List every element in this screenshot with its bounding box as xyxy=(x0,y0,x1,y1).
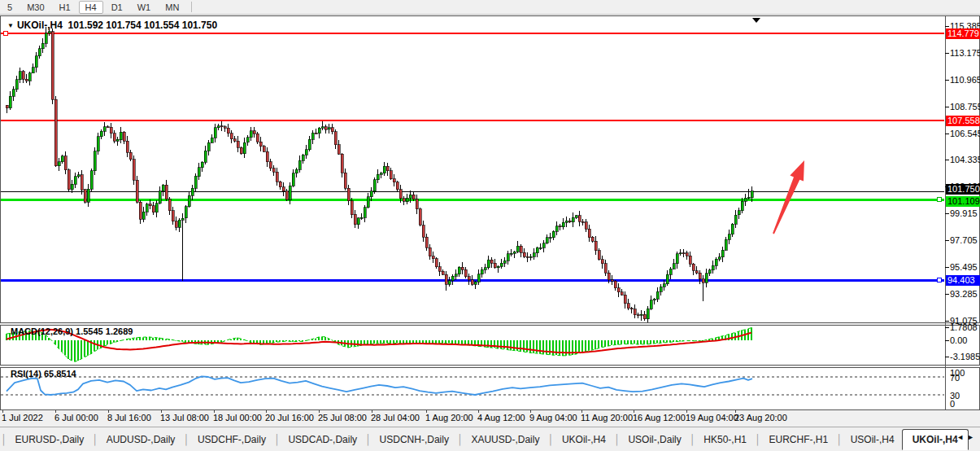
autoscroll-marker-icon[interactable] xyxy=(752,18,760,23)
time-axis-label: 25 Jul 08:00 xyxy=(318,413,367,423)
tab-scroll-arrows: ◄► xyxy=(956,433,978,441)
price-axis-tick xyxy=(945,294,949,295)
price-axis-label: 110.965 xyxy=(950,75,980,85)
hline-handle[interactable] xyxy=(3,31,8,36)
price-axis-label: 95.495 xyxy=(950,262,978,272)
time-axis-label: 6 Jul 00:00 xyxy=(54,413,98,423)
tab-usdcad-daily[interactable]: USDCAD-,Daily xyxy=(281,431,364,449)
macd-axis-tick xyxy=(945,340,949,341)
hline-handle[interactable] xyxy=(937,278,942,282)
chart-symbol: UKOil-,H4 xyxy=(17,20,63,31)
time-axis-label: 9 Aug 04:00 xyxy=(529,413,577,423)
price-axis-label: 113.175 xyxy=(950,48,980,58)
price-axis-tick xyxy=(945,134,949,134)
tab-usdchf-daily[interactable]: USDCHF-,Daily xyxy=(190,431,273,449)
time-axis-label: 13 Jul 08:00 xyxy=(160,413,209,423)
rsi-axis-label: 0 xyxy=(950,399,955,409)
time-axis-label: 1 Aug 20:00 xyxy=(425,413,473,423)
price-axis-tick xyxy=(945,321,949,322)
price-axis-tick xyxy=(945,213,949,214)
chevron-down-icon[interactable]: ▼ xyxy=(7,22,14,29)
tab-hk50-h1[interactable]: HK50-,H1 xyxy=(696,431,754,449)
tab-separator: │ xyxy=(614,434,621,445)
price-axis-label: 108.755 xyxy=(950,102,980,112)
macd-axis-label: 1.7808 xyxy=(950,322,978,332)
price-axis-label: 99.915 xyxy=(950,208,978,218)
time-axis-label: 19 Aug 04:00 xyxy=(686,413,738,423)
time-axis-label: 4 Aug 12:00 xyxy=(477,413,525,423)
tab-separator: │ xyxy=(365,434,372,445)
tab-audusd-daily[interactable]: AUDUSD-,Daily xyxy=(99,431,183,449)
tab-usdcnh-daily[interactable]: USDCNH-,Daily xyxy=(372,431,456,449)
tab-separator: │ xyxy=(547,434,554,445)
tab-separator: │ xyxy=(92,434,98,445)
hline-101.75[interactable] xyxy=(1,191,944,192)
macd-axis-tick xyxy=(945,327,949,328)
tab-usoil-h4[interactable]: USOil-,H4 xyxy=(843,431,902,449)
macd-indicator-label: MACD(12,26,9) 1.5545 1.2689 xyxy=(11,326,133,336)
time-axis-label: 28 Jul 04:00 xyxy=(371,413,420,423)
price-axis-label: 104.335 xyxy=(950,155,980,164)
tab-separator: │ xyxy=(836,434,843,445)
time-axis-label: 18 Jul 00:00 xyxy=(213,413,262,423)
time-axis-label: 11 Aug 20:00 xyxy=(581,413,633,423)
tab-separator: │ xyxy=(1,434,7,445)
macd-axis-tick xyxy=(945,357,949,357)
tab-separator: │ xyxy=(457,434,464,445)
tab-separator: │ xyxy=(755,434,761,445)
time-axis-label: 8 Jul 16:00 xyxy=(107,413,151,423)
chart-canvas[interactable] xyxy=(0,0,980,451)
mt4-window: 5M30H1H4D1W1MN ▼UKOil-,H4 101.592 101.75… xyxy=(0,0,980,451)
tab-eurusd-daily[interactable]: EURUSD-,Daily xyxy=(8,431,92,449)
hline-handle[interactable] xyxy=(937,197,942,202)
price-badge-107-558: 107.558 xyxy=(946,116,980,126)
hline-101.109[interactable] xyxy=(1,199,944,201)
tab-usoil-daily[interactable]: USOil-,Daily xyxy=(621,431,688,449)
price-axis-label: 97.705 xyxy=(950,235,978,245)
time-axis-label: 16 Aug 12:00 xyxy=(633,413,686,423)
price-axis-label: 106.545 xyxy=(950,129,980,138)
time-axis: 1 Jul 20226 Jul 00:008 Jul 16:0013 Jul 0… xyxy=(0,410,980,427)
symbol-tab-bar: │EURUSD-,Daily│AUDUSD-,Daily│USDCHF-,Dai… xyxy=(0,427,980,451)
tab-separator: │ xyxy=(183,434,189,445)
tab-separator: │ xyxy=(690,434,696,445)
price-axis-tick xyxy=(945,267,949,268)
trend-arrow-annotation[interactable] xyxy=(773,160,804,234)
price-badge-101-109: 101.109 xyxy=(946,196,980,207)
hline-114.779[interactable] xyxy=(1,33,944,34)
price-axis-label: 93.285 xyxy=(950,289,978,299)
price-badge-101-750: 101.750 xyxy=(946,184,980,195)
price-badge-114-779: 114.779 xyxy=(946,28,980,39)
macd-axis-label: -3.1985 xyxy=(950,352,980,361)
hline-107.558[interactable] xyxy=(1,120,944,121)
rsi-axis-label: 70 xyxy=(950,373,960,383)
rsi-indicator-label: RSI(14) 65.8514 xyxy=(11,369,76,379)
tab-separator: │ xyxy=(274,434,281,445)
time-axis-label: 20 Jul 16:00 xyxy=(265,413,314,423)
macd-axis-label: 0.00 xyxy=(950,335,967,345)
tab-xauusd-daily[interactable]: XAUUSD-,Daily xyxy=(464,431,547,449)
price-axis-tick xyxy=(945,107,949,107)
price-axis-tick xyxy=(945,26,949,27)
tab-ukoil-h4[interactable]: UKOil-,H4 xyxy=(555,431,613,449)
tab-eurchf-h1[interactable]: EURCHF-,H1 xyxy=(761,431,835,449)
tab-scroll-right-icon[interactable]: ► xyxy=(967,433,978,441)
time-axis-label: 23 Aug 20:00 xyxy=(734,413,787,423)
price-axis-tick xyxy=(945,240,949,241)
price-axis-tick xyxy=(945,80,949,81)
price-badge-94-403: 94.403 xyxy=(946,275,980,286)
chart-ohlc-values: 101.592 101.754 101.554 101.750 xyxy=(68,20,218,31)
price-axis-tick xyxy=(945,53,949,54)
price-axis-tick xyxy=(945,160,949,160)
chart-title: ▼UKOil-,H4 101.592 101.754 101.554 101.7… xyxy=(7,20,217,31)
time-axis-label: 1 Jul 2022 xyxy=(2,413,43,423)
tab-scroll-left-icon[interactable]: ◄ xyxy=(956,433,967,441)
